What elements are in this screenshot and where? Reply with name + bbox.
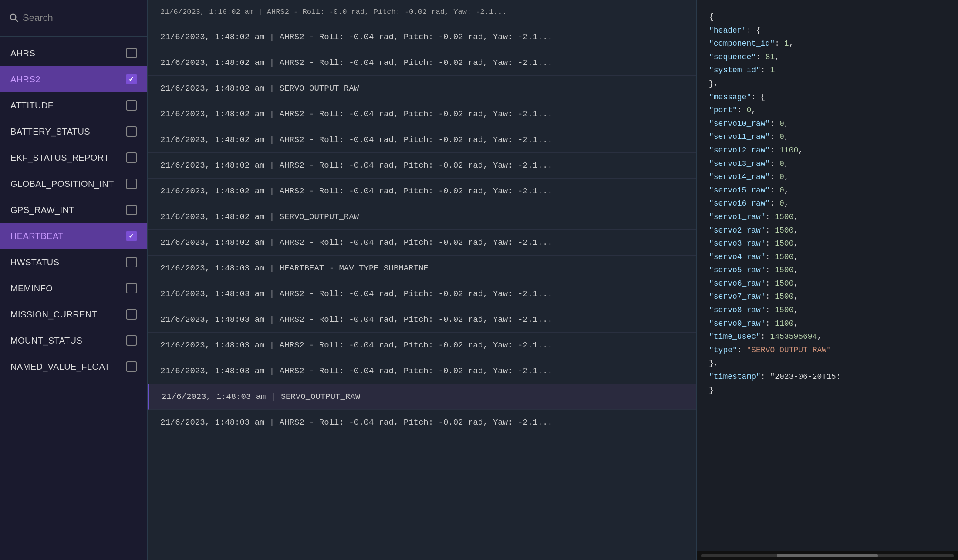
list-item-checkbox[interactable] (126, 74, 137, 84)
json-line: "message": { (709, 91, 946, 104)
json-line: "servo3_raw": 1500, (709, 237, 946, 250)
list-item-label: ATTITUDE (10, 101, 54, 111)
json-line: "system_id": 1 (709, 64, 946, 77)
json-line: { (709, 10, 946, 24)
list-item-label: HEARTBEAT (10, 231, 64, 241)
list-item[interactable]: MISSION_CURRENT (0, 301, 147, 327)
list-item[interactable]: GPS_RAW_INT (0, 197, 147, 223)
list-item-checkbox[interactable] (126, 283, 137, 293)
list-item-label: EKF_STATUS_REPORT (10, 153, 109, 163)
list-item-checkbox[interactable] (126, 231, 137, 241)
log-entry[interactable]: 21/6/2023, 1:48:02 am | SERVO_OUTPUT_RAW (148, 76, 696, 101)
list-item-label: MOUNT_STATUS (10, 336, 82, 346)
log-entry[interactable]: 21/6/2023, 1:48:03 am | AHRS2 - Roll: -0… (148, 333, 696, 358)
log-entry[interactable]: 21/6/2023, 1:48:02 am | AHRS2 - Roll: -0… (148, 50, 696, 76)
log-entry[interactable]: 21/6/2023, 1:48:03 am | AHRS2 - Roll: -0… (148, 358, 696, 384)
search-box (9, 12, 138, 27)
log-list: 21/6/2023, 1:16:02 am | AHRS2 - Roll: -0… (148, 0, 696, 560)
list-item[interactable]: MEMINFO (0, 275, 147, 301)
json-viewer: { "header": { "component_id": 1, "sequen… (697, 0, 958, 551)
middle-panel: 21/6/2023, 1:16:02 am | AHRS2 - Roll: -0… (148, 0, 697, 560)
log-entry[interactable]: 21/6/2023, 1:48:03 am | AHRS2 - Roll: -0… (148, 281, 696, 307)
log-entry[interactable]: 21/6/2023, 1:48:03 am | AHRS2 - Roll: -0… (148, 410, 696, 435)
log-entry[interactable]: 21/6/2023, 1:48:02 am | AHRS2 - Roll: -0… (148, 230, 696, 256)
json-line: "servo13_raw": 0, (709, 157, 946, 171)
list-item[interactable]: MOUNT_STATUS (0, 327, 147, 354)
json-line: "servo4_raw": 1500, (709, 250, 946, 264)
log-entry[interactable]: 21/6/2023, 1:48:02 am | AHRS2 - Roll: -0… (148, 127, 696, 153)
list-item[interactable]: NAMED_VALUE_FLOAT (0, 354, 147, 380)
json-line: "type": "SERVO_OUTPUT_RAW" (709, 344, 946, 357)
json-line: "servo10_raw": 0, (709, 117, 946, 131)
json-line: } (709, 384, 946, 397)
log-entry[interactable]: 21/6/2023, 1:48:02 am | AHRS2 - Roll: -0… (148, 153, 696, 179)
json-line: }, (709, 357, 946, 370)
list-item[interactable]: GLOBAL_POSITION_INT (0, 171, 147, 197)
list-item-checkbox[interactable] (126, 335, 137, 346)
json-line: "time_usec": 1453595694, (709, 330, 946, 344)
list-item-label: AHRS (10, 48, 35, 58)
list-item[interactable]: HEARTBEAT (0, 223, 147, 249)
list-item[interactable]: ATTITUDE (0, 92, 147, 118)
json-line: "servo9_raw": 1100, (709, 317, 946, 331)
list-item-checkbox[interactable] (126, 205, 137, 215)
log-entry[interactable]: 21/6/2023, 1:16:02 am | AHRS2 - Roll: -0… (148, 0, 696, 24)
list-item-label: GLOBAL_POSITION_INT (10, 179, 114, 189)
json-line: "servo1_raw": 1500, (709, 210, 946, 224)
svg-line-1 (15, 19, 17, 21)
list-item-checkbox[interactable] (126, 100, 137, 111)
scrollbar-thumb[interactable] (777, 554, 878, 557)
json-line: "servo5_raw": 1500, (709, 263, 946, 277)
search-input[interactable] (23, 12, 138, 24)
list-item[interactable]: BATTERY_STATUS (0, 118, 147, 145)
json-line: "servo8_raw": 1500, (709, 304, 946, 317)
list-item[interactable]: AHRS (0, 40, 147, 66)
list-item-label: MEMINFO (10, 283, 53, 293)
json-line: "sequence": 81, (709, 51, 946, 64)
json-line: }, (709, 77, 946, 91)
left-panel: AHRSAHRS2ATTITUDEBATTERY_STATUSEKF_STATU… (0, 0, 148, 560)
item-list: AHRSAHRS2ATTITUDEBATTERY_STATUSEKF_STATU… (0, 37, 147, 560)
search-container (0, 0, 147, 37)
list-item-checkbox[interactable] (126, 152, 137, 163)
list-item-checkbox[interactable] (126, 48, 137, 58)
log-entry[interactable]: 21/6/2023, 1:48:02 am | AHRS2 - Roll: -0… (148, 101, 696, 127)
json-line: "servo6_raw": 1500, (709, 277, 946, 290)
list-item-checkbox[interactable] (126, 309, 137, 320)
list-item-checkbox[interactable] (126, 257, 137, 267)
log-entry[interactable]: 21/6/2023, 1:48:02 am | AHRS2 - Roll: -0… (148, 24, 696, 50)
json-line: "timestamp": "2023-06-20T15: (709, 370, 946, 384)
right-panel: { "header": { "component_id": 1, "sequen… (697, 0, 958, 560)
list-item-label: MISSION_CURRENT (10, 310, 97, 320)
list-item-checkbox[interactable] (126, 179, 137, 189)
horizontal-scrollbar[interactable] (697, 551, 958, 560)
json-line: "component_id": 1, (709, 37, 946, 51)
json-line: "servo7_raw": 1500, (709, 290, 946, 304)
list-item[interactable]: EKF_STATUS_REPORT (0, 145, 147, 171)
scrollbar-track (701, 554, 954, 557)
list-item[interactable]: AHRS2 (0, 66, 147, 92)
list-item-label: NAMED_VALUE_FLOAT (10, 362, 110, 372)
json-line: "servo2_raw": 1500, (709, 224, 946, 237)
list-item-checkbox[interactable] (126, 361, 137, 372)
json-line: "servo12_raw": 1100, (709, 144, 946, 157)
list-item-checkbox[interactable] (126, 126, 137, 137)
log-entry[interactable]: 21/6/2023, 1:48:03 am | AHRS2 - Roll: -0… (148, 307, 696, 333)
search-icon (9, 13, 18, 24)
json-line: "port": 0, (709, 104, 946, 117)
json-line: "servo14_raw": 0, (709, 170, 946, 184)
log-entry[interactable]: 21/6/2023, 1:48:03 am | HEARTBEAT - MAV_… (148, 256, 696, 281)
json-line: "header": { (709, 24, 946, 37)
list-item-label: HWSTATUS (10, 257, 59, 267)
list-item-label: AHRS2 (10, 74, 40, 84)
list-item-label: GPS_RAW_INT (10, 205, 74, 215)
list-item-label: BATTERY_STATUS (10, 127, 90, 137)
log-entry[interactable]: 21/6/2023, 1:48:03 am | SERVO_OUTPUT_RAW (148, 384, 696, 410)
json-line: "servo11_raw": 0, (709, 130, 946, 144)
list-item[interactable]: HWSTATUS (0, 249, 147, 275)
log-entry[interactable]: 21/6/2023, 1:48:02 am | SERVO_OUTPUT_RAW (148, 204, 696, 230)
log-entry[interactable]: 21/6/2023, 1:48:02 am | AHRS2 - Roll: -0… (148, 179, 696, 204)
json-line: "servo16_raw": 0, (709, 197, 946, 210)
json-line: "servo15_raw": 0, (709, 184, 946, 197)
